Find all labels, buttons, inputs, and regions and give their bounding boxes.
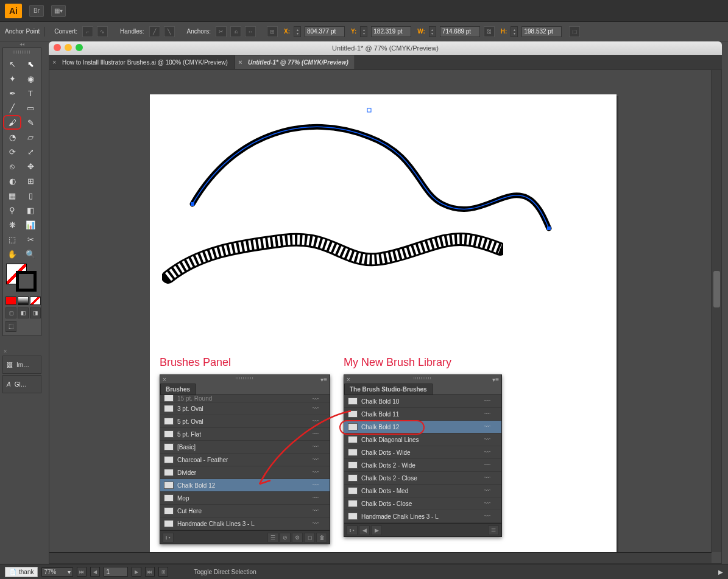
- document-tab-2[interactable]: Untitled-1* @ 77% (CMYK/Preview): [235, 55, 355, 69]
- anchors-connect-icon[interactable]: ↔: [245, 26, 256, 37]
- shape-builder-tool[interactable]: ◐: [3, 174, 21, 188]
- mesh-tool[interactable]: ▦: [3, 188, 21, 203]
- perspective-tool[interactable]: ⊞: [21, 174, 40, 188]
- panel-close-icon[interactable]: ×: [163, 376, 166, 383]
- brush-list-item[interactable]: Handmade Chalk Lines 3 - L〰: [160, 518, 330, 530]
- anchors-link-icon[interactable]: ⎌: [230, 26, 241, 37]
- brush-list-item[interactable]: Chalk Bold 10〰: [344, 395, 501, 408]
- artboard-tool[interactable]: ⬚: [3, 232, 21, 247]
- bridge-button[interactable]: Br: [29, 5, 44, 17]
- handles-hide-icon[interactable]: ╲: [164, 26, 175, 37]
- zoom-tool[interactable]: 🔍: [21, 247, 40, 261]
- zoom-window-icon[interactable]: [76, 44, 83, 51]
- library-menu-icon[interactable]: ⫾◂: [347, 525, 358, 535]
- draw-behind-icon[interactable]: ◧: [18, 307, 29, 318]
- brush-list-item[interactable]: Chalk Dots 2 - Wide〰: [344, 459, 501, 472]
- handles-show-icon[interactable]: ╱: [149, 26, 160, 37]
- panel-grip[interactable]: [160, 375, 330, 381]
- delete-brush-icon[interactable]: 🗑: [316, 533, 327, 542]
- image-trace-panel-button[interactable]: 🖼Im…: [2, 356, 41, 374]
- type-tool[interactable]: T: [21, 86, 40, 100]
- brush-library-panel[interactable]: × ▾≡ The Brush Studio-Brushes Chalk Bold…: [344, 374, 502, 537]
- eraser-tool[interactable]: ▱: [21, 130, 40, 144]
- list-view-icon[interactable]: ☰: [267, 533, 278, 542]
- artboard[interactable]: Brushes Panel My New Brush Library × ▾≡ …: [150, 94, 617, 561]
- h-stepper[interactable]: [511, 26, 518, 37]
- brush-list-item[interactable]: Chalk Diagonal Lines〰: [344, 433, 501, 446]
- arrange-button[interactable]: ▦▾: [51, 5, 66, 17]
- horizontal-scrollbar[interactable]: [49, 552, 712, 563]
- brush-list-item[interactable]: Chalk Dots - Med〰: [344, 485, 501, 497]
- minimize-icon[interactable]: [65, 44, 72, 51]
- library-list[interactable]: Chalk Bold 10〰Chalk Bold 11〰Chalk Bold 1…: [344, 395, 501, 523]
- window-controls[interactable]: [54, 44, 83, 51]
- pattern-stroke-path[interactable]: [162, 216, 503, 289]
- gradient-tool[interactable]: ▯: [21, 188, 40, 203]
- open-file-chip[interactable]: 📄thank: [5, 567, 38, 577]
- selection-tool[interactable]: ↖: [3, 57, 21, 71]
- screen-mode-icon[interactable]: ⬚: [5, 321, 16, 332]
- x-input[interactable]: [305, 26, 345, 37]
- none-mode-icon[interactable]: [30, 297, 41, 305]
- draw-normal-icon[interactable]: ◻: [5, 307, 16, 318]
- lasso-tool[interactable]: ◉: [21, 71, 40, 86]
- paintbrush-tool[interactable]: 🖌: [3, 115, 21, 130]
- brush-list-item[interactable]: Cut Here〰: [160, 505, 330, 518]
- document-tab-1[interactable]: How to Install Illustrator Brushes.ai @ …: [49, 55, 235, 69]
- rotate-tool[interactable]: ⟳: [3, 144, 21, 159]
- gradient-mode-icon[interactable]: [18, 297, 29, 305]
- link-wh-icon[interactable]: ⛓: [484, 26, 495, 37]
- fill-stroke-swatches[interactable]: [4, 264, 40, 293]
- panel-menu-icon[interactable]: ▾≡: [492, 376, 499, 383]
- next-library-icon[interactable]: ▶: [371, 525, 382, 535]
- vertical-scrollbar[interactable]: [712, 70, 721, 552]
- graph-tool[interactable]: 📊: [21, 217, 40, 232]
- pencil-tool[interactable]: ✎: [21, 115, 40, 130]
- panel-grip[interactable]: [344, 375, 501, 381]
- brushes-tab[interactable]: Brushes: [160, 384, 196, 395]
- brush-list-item[interactable]: Chalk Bold 12〰: [344, 421, 501, 433]
- stroke-swatch[interactable]: [16, 271, 37, 292]
- line-tool[interactable]: ╱: [3, 100, 21, 115]
- convert-corner-icon[interactable]: ⌐: [82, 26, 93, 37]
- options-icon[interactable]: ⚙: [292, 533, 303, 542]
- magic-wand-tool[interactable]: ✦: [3, 71, 21, 86]
- close-icon[interactable]: [54, 44, 61, 51]
- width-tool[interactable]: ⎋: [3, 159, 21, 174]
- anchors-remove-icon[interactable]: ✂: [216, 26, 227, 37]
- brush-list-item[interactable]: Chalk Dots - Wide〰: [344, 446, 501, 459]
- prev-library-icon[interactable]: ◀: [359, 525, 370, 535]
- w-input[interactable]: [440, 26, 480, 37]
- first-artboard-icon[interactable]: ⏮: [77, 567, 87, 577]
- scale-tool[interactable]: ⤢: [21, 144, 40, 159]
- artboard-nav-icon[interactable]: ⊞: [158, 567, 168, 577]
- last-artboard-icon[interactable]: ⏭: [145, 567, 155, 577]
- new-brush-icon[interactable]: ◻: [304, 533, 315, 542]
- free-transform-tool[interactable]: ✥: [21, 159, 40, 174]
- draw-inside-icon[interactable]: ◨: [30, 307, 41, 318]
- rectangle-tool[interactable]: ▭: [21, 100, 40, 115]
- window-titlebar[interactable]: Untitled-1* @ 77% (CMYK/Preview): [49, 41, 722, 55]
- brush-list-item[interactable]: Chalk Dots 2 - Close〰: [344, 472, 501, 485]
- symbol-sprayer-tool[interactable]: ❋: [3, 217, 21, 232]
- slice-tool[interactable]: ✂: [21, 232, 40, 247]
- prev-artboard-icon[interactable]: ◀: [90, 567, 100, 577]
- library-menu-icon[interactable]: ⫾◂: [163, 533, 174, 542]
- blob-brush-tool[interactable]: ◔: [3, 130, 21, 144]
- next-artboard-icon[interactable]: ▶: [132, 567, 141, 577]
- y-stepper[interactable]: [360, 26, 367, 37]
- blend-tool[interactable]: ◧: [21, 203, 40, 217]
- eyedropper-tool[interactable]: ⚲: [3, 203, 21, 217]
- scrollbar-thumb[interactable]: [713, 271, 720, 307]
- direct-selection-tool[interactable]: ⬉: [21, 57, 40, 71]
- hand-tool[interactable]: ✋: [3, 247, 21, 261]
- brush-list-item[interactable]: Chalk Bold 11〰: [344, 408, 501, 421]
- brush-list-item[interactable]: Chalk Dots - Close〰: [344, 497, 501, 510]
- panel-close-icon[interactable]: ×: [347, 376, 350, 383]
- status-expand-icon[interactable]: ▶: [718, 569, 723, 575]
- list-view-icon[interactable]: ☰: [488, 525, 499, 535]
- canvas-area[interactable]: Brushes Panel My New Brush Library × ▾≡ …: [49, 69, 722, 564]
- reference-point-icon[interactable]: ⊞: [267, 26, 278, 37]
- x-stepper[interactable]: [294, 26, 301, 37]
- library-tab[interactable]: The Brush Studio-Brushes: [344, 384, 433, 395]
